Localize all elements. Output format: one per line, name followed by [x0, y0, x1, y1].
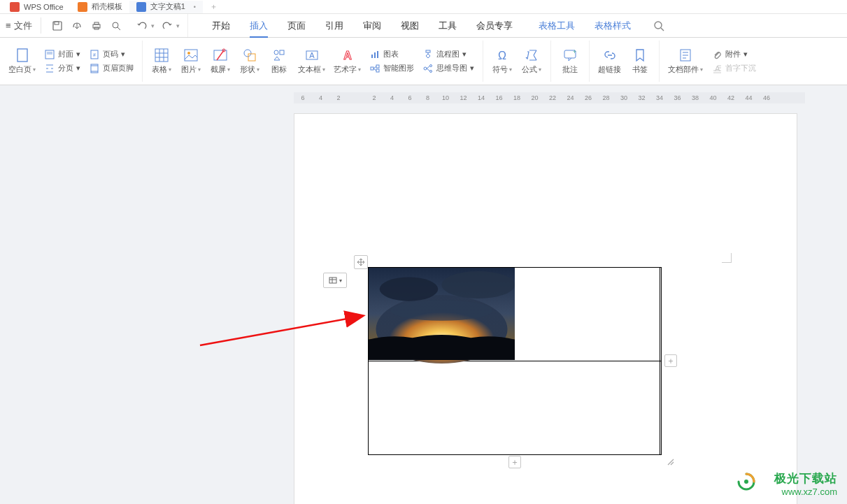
- ruler-mark: 26: [583, 94, 593, 101]
- search-button[interactable]: [647, 20, 671, 31]
- tab-review[interactable]: 审阅: [353, 14, 391, 38]
- tab-table-tools[interactable]: 表格工具: [529, 14, 585, 38]
- tab-insert[interactable]: 插入: [240, 14, 278, 38]
- wordart-button[interactable]: A艺术字▾: [329, 41, 365, 82]
- svg-rect-32: [376, 69, 379, 72]
- tab-tools[interactable]: 工具: [429, 14, 467, 38]
- smartart-button[interactable]: 智能图形: [369, 63, 414, 74]
- screenshot-icon: [213, 48, 228, 63]
- app-tab-doc[interactable]: 文字文稿1 •: [129, 1, 203, 13]
- ruler-mark: 8: [423, 94, 433, 101]
- table-cell[interactable]: [660, 268, 662, 361]
- bookmark-button[interactable]: 书签: [625, 41, 655, 82]
- tab-member[interactable]: 会员专享: [467, 14, 522, 38]
- shape-icon: [242, 48, 257, 63]
- tab-start[interactable]: 开始: [202, 14, 240, 38]
- table-cell[interactable]: [369, 361, 660, 455]
- undo-button[interactable]: ▾: [134, 17, 158, 35]
- ruler-mark: 2: [369, 94, 379, 101]
- svg-text:+: +: [573, 48, 576, 55]
- cover-button[interactable]: 封面▾: [44, 49, 80, 60]
- svg-point-36: [430, 70, 432, 72]
- header-footer-icon: [89, 63, 100, 74]
- table-cell[interactable]: [369, 268, 660, 361]
- svg-point-22: [274, 50, 278, 55]
- svg-point-35: [430, 64, 432, 66]
- redo-button[interactable]: ▾: [159, 17, 183, 35]
- tab-table-style[interactable]: 表格样式: [585, 14, 641, 38]
- hyperlink-button[interactable]: 超链接: [594, 41, 625, 82]
- picture-button[interactable]: 图片▾: [176, 41, 206, 82]
- tab-view[interactable]: 视图: [391, 14, 429, 38]
- equation-button[interactable]: 公式▾: [517, 41, 546, 82]
- print-button[interactable]: [87, 17, 106, 35]
- attachment-button[interactable]: 附件▾: [711, 49, 756, 60]
- ruler-mark: 2: [334, 94, 343, 101]
- wordart-icon: A: [340, 48, 355, 63]
- ruler[interactable]: 6422468101214161820222426283032343638404…: [294, 92, 805, 103]
- wps-logo-icon: [10, 2, 20, 12]
- app-tab-templates[interactable]: 稻壳模板: [71, 1, 129, 13]
- textbox-button[interactable]: A文本框▾: [294, 41, 329, 82]
- svg-rect-27: [371, 55, 373, 58]
- tab-page[interactable]: 页面: [278, 14, 315, 38]
- dropcap-button[interactable]: A首字下沉: [711, 63, 756, 74]
- table-cell[interactable]: [660, 361, 662, 455]
- symbol-icon: Ω: [494, 48, 510, 63]
- doc-parts-button[interactable]: 文档部件▾: [664, 41, 707, 82]
- chevron-down-icon: ▾: [339, 278, 342, 284]
- inserted-image[interactable]: [369, 268, 515, 360]
- page-break-icon: [44, 63, 55, 74]
- app-tab-office[interactable]: WPS Office: [3, 1, 71, 13]
- new-tab-button[interactable]: ＋: [203, 1, 225, 13]
- ruler-mark: 34: [655, 94, 664, 101]
- ruler-mark: 36: [673, 94, 683, 101]
- table-icon: [154, 48, 169, 63]
- svg-rect-9: [47, 52, 52, 55]
- ruler-mark: 16: [494, 94, 504, 101]
- header-footer-button[interactable]: 页眉页脚: [89, 63, 134, 74]
- quick-access: ▾ ▾: [44, 14, 188, 37]
- svg-point-45: [380, 277, 439, 301]
- watermark-logo-icon: [736, 472, 756, 491]
- cover-icon: [44, 49, 55, 60]
- table-button[interactable]: 表格▾: [147, 41, 176, 82]
- preview-button[interactable]: [107, 17, 125, 35]
- add-column-button[interactable]: ＋: [664, 354, 677, 367]
- add-row-button[interactable]: ＋: [508, 456, 521, 468]
- table-resize-handle[interactable]: [664, 456, 677, 468]
- document-area: 6422468101214161820222426283032343638404…: [0, 85, 847, 504]
- svg-rect-1: [55, 22, 59, 24]
- icon-button[interactable]: 图标: [264, 41, 294, 82]
- tab-ref[interactable]: 引用: [315, 14, 353, 38]
- shape-button[interactable]: 形状▾: [235, 41, 264, 82]
- save-button[interactable]: [48, 17, 66, 35]
- tab-menu-icon[interactable]: •: [194, 3, 196, 10]
- link-icon: [602, 48, 618, 63]
- screenshot-button[interactable]: 截屏▾: [206, 41, 235, 82]
- ruler-mark: 46: [762, 94, 771, 101]
- export-button[interactable]: [68, 17, 86, 35]
- flowchart-button[interactable]: 流程图▾: [422, 49, 474, 60]
- chart-icon: [369, 49, 380, 60]
- chart-button[interactable]: 图表: [369, 49, 414, 60]
- comment-button[interactable]: +批注: [555, 41, 585, 82]
- file-menu[interactable]: ≡ 文件: [0, 14, 38, 37]
- page-num-button[interactable]: #页码▾: [89, 49, 134, 60]
- smartart-icon: [369, 63, 380, 74]
- ruler-mark: 38: [690, 94, 700, 101]
- table-properties-button[interactable]: ▾: [323, 273, 347, 288]
- doc-icon: [136, 2, 146, 12]
- section-button[interactable]: 分页▾: [44, 63, 80, 74]
- svg-rect-42: [329, 278, 336, 283]
- mindmap-button[interactable]: 思维导图▾: [422, 63, 474, 74]
- svg-rect-31: [376, 65, 379, 68]
- document-table[interactable]: [368, 267, 662, 455]
- svg-point-47: [390, 300, 492, 320]
- watermark-title: 极光下载站: [774, 470, 837, 487]
- blank-page-button[interactable]: 空白页▾: [4, 41, 40, 82]
- symbol-button[interactable]: Ω符号▾: [487, 41, 517, 82]
- table-move-handle[interactable]: [354, 255, 368, 269]
- label: 空白页: [8, 64, 31, 75]
- svg-text:#: #: [93, 52, 96, 57]
